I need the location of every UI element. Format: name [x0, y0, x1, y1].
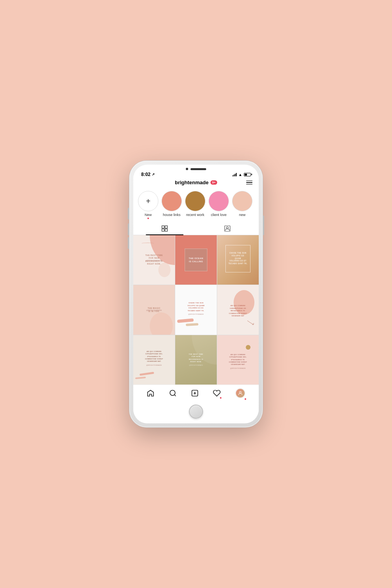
search-icon: [169, 389, 177, 397]
person-icon: [224, 225, 230, 232]
home-button[interactable]: [189, 405, 203, 419]
status-right: ▲: [232, 172, 251, 177]
stories-row: + New house links recent work client lov…: [133, 188, 259, 222]
bottom-nav: [133, 385, 259, 401]
menu-button[interactable]: [246, 180, 252, 185]
cell-8-sub: @brightenmade: [177, 365, 214, 367]
story-circle-recent-work[interactable]: [185, 191, 205, 211]
story-label-new: New: [145, 213, 152, 217]
cell-7-sub: @brightenmade: [135, 364, 172, 366]
add-icon: [191, 389, 199, 397]
story-circle-client-love[interactable]: [209, 191, 229, 211]
grid-cell-3[interactable]: CHASE THE SUNVOLUPIC ES QUAMVOLORRO ES E…: [217, 235, 259, 285]
camera-icon: [186, 168, 188, 170]
avatar-icon[interactable]: [235, 388, 245, 398]
plus-icon: +: [146, 197, 151, 205]
signal-icon: [232, 172, 237, 176]
status-bar-area: 8:02 ↗ ▲: [133, 165, 259, 177]
nav-heart[interactable]: [213, 389, 221, 397]
status-bar: 8:02 ↗ ▲: [140, 172, 252, 177]
story-item-recent-work[interactable]: recent work: [185, 191, 205, 217]
home-button-area: [133, 401, 259, 423]
cell-5-sub: @brightenmade: [177, 313, 214, 316]
speaker-icon: [191, 168, 206, 170]
grid-cell-1[interactable]: THE BEST TIMEFOR NEWBEGINNINGS ISRIGHT N…: [133, 235, 175, 285]
story-item-client-love[interactable]: client love: [209, 191, 229, 217]
svg-point-5: [227, 227, 229, 229]
grid-icon: [162, 225, 168, 232]
story-item-house-links[interactable]: house links: [162, 191, 182, 217]
grid-cell-9[interactable]: AN QUI COMNINICIPSAEPUDAE DELIPSUSAMUS T…: [217, 335, 259, 385]
cell-2-text: THE OCEANIS CALLING: [180, 257, 213, 263]
story-circle-new[interactable]: +: [138, 191, 158, 211]
nav-home[interactable]: [147, 389, 154, 397]
story-circle-house-links[interactable]: [162, 191, 182, 211]
grid-cell-4[interactable]: THE MAGICIS IN YOU. @brightenmade: [133, 285, 175, 334]
cell-1-text: THE BEST TIMEFOR NEWBEGINNINGS ISRIGHT N…: [140, 254, 168, 266]
svg-rect-0: [162, 226, 164, 228]
tab-bar: [133, 222, 259, 235]
phone-device: 8:02 ↗ ▲ brightenmade 9+: [129, 161, 263, 427]
svg-point-6: [170, 390, 175, 396]
grid-cell-5[interactable]: CHASE THE SUNVOLUPIC EA QUAMVOLORRO EX E…: [175, 285, 217, 334]
notification-badge: 9+: [211, 180, 217, 185]
cell-4-text: THE MAGICIS IN YOU.: [140, 307, 168, 313]
svg-rect-1: [165, 226, 167, 228]
location-icon: ↗: [152, 172, 155, 176]
svg-rect-3: [165, 229, 167, 231]
tab-grid[interactable]: [133, 222, 196, 235]
tab-tagged[interactable]: [196, 222, 259, 235]
arrow-decoration: [247, 320, 254, 327]
story-label-recent-work: recent work: [186, 213, 205, 217]
profile-username: brightenmade: [175, 180, 209, 185]
story-item-new[interactable]: + New: [138, 191, 158, 219]
grid-cell-8[interactable]: THE BEST TIMEFOR NEWBEGINNINGS ISRIGHT N…: [175, 335, 217, 385]
cell-8-text: THE BEST TIMEFOR NEWBEGINNINGS ISRIGHT N…: [177, 353, 214, 363]
phone-screen: 8:02 ↗ ▲ brightenmade 9+: [133, 165, 259, 423]
cell-3-text: CHASE THE SUNVOLUPIC ES QUAMVOLORRO ES E…: [228, 252, 247, 265]
profile-dot: [245, 398, 246, 400]
story-label-client-love: client love: [211, 213, 227, 217]
home-icon: [147, 389, 154, 397]
story-circle-new2[interactable]: [232, 191, 252, 211]
battery-icon: [244, 173, 251, 176]
profile-header: brightenmade 9+: [133, 177, 259, 188]
story-label-new2: new: [239, 213, 246, 217]
grid-cell-7[interactable]: AN QUI COMNINICIPSAEPUDAE DELIPSUSAMUS T…: [133, 335, 175, 385]
svg-point-8: [239, 391, 241, 393]
nav-profile[interactable]: [235, 388, 245, 398]
story-label-house-links: house links: [163, 213, 180, 217]
cell-9-sub: @brightenmade: [219, 367, 256, 370]
cell-6-text: AN QUI COMNINIGIBNAEPUDAE ESMESALAMUS TE…: [219, 305, 256, 318]
svg-rect-2: [162, 229, 164, 231]
nav-search[interactable]: [169, 389, 177, 397]
heart-dot: [220, 397, 221, 399]
notch: [140, 168, 252, 170]
cell-7-text: AN QUI COMNINICIPSAEPUDAE DELIPSUSAMUS T…: [135, 350, 172, 363]
photo-grid: THE BEST TIMEFOR NEWBEGINNINGS ISRIGHT N…: [133, 235, 259, 385]
cell-5-text: CHASE THE SUNVOLUPIC EA QUAMVOLORRO EX E…: [177, 302, 214, 312]
story-dot-new: [147, 218, 149, 219]
nav-add[interactable]: [191, 389, 199, 397]
wifi-icon: ▲: [238, 172, 242, 177]
grid-cell-6[interactable]: AN QUI COMNINIGIBNAEPUDAE ESMESALAMUS TE…: [217, 285, 259, 334]
story-item-new2[interactable]: new: [232, 191, 252, 217]
status-time: 8:02 ↗: [141, 172, 155, 177]
grid-cell-2[interactable]: THE OCEANIS CALLING: [175, 235, 217, 285]
cell-9-text: AN QUI COMNINICIPSAEPUDAE DELIPSUSAMUS T…: [219, 354, 256, 366]
heart-icon: [213, 389, 221, 397]
